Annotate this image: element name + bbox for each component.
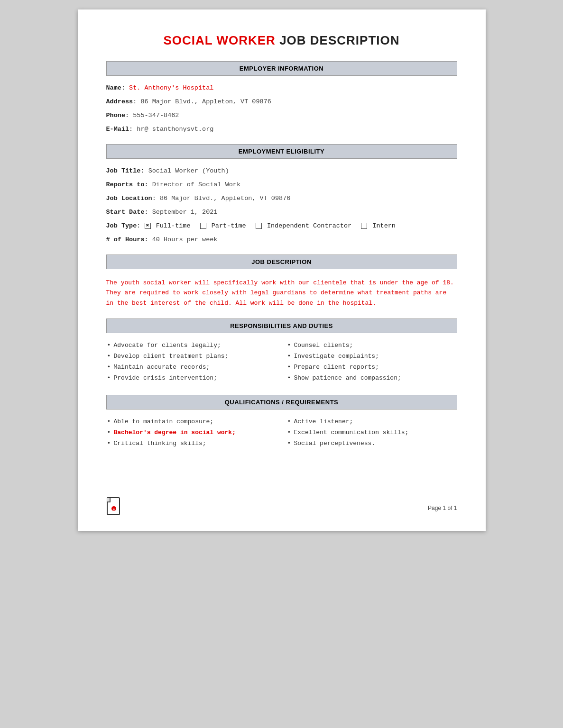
page-number: Page 1 of 1 xyxy=(428,505,457,511)
list-item: Excellent communication skills; xyxy=(286,429,457,436)
responsibilities-list: Advocate for clients legally; Develop cl… xyxy=(106,342,457,385)
employer-name-row: Name: St. Anthony's Hospital xyxy=(106,84,457,91)
qualifications-section: QUALIFICATIONS / REQUIREMENTS Able to ma… xyxy=(106,395,457,451)
document-icon: e xyxy=(106,497,121,519)
checkbox-intern-unchecked xyxy=(361,223,367,229)
job-type-intern-item: Intern xyxy=(361,222,396,229)
list-item: Provide crisis intervention; xyxy=(106,374,277,382)
document-footer: e Page 1 of 1 xyxy=(78,497,457,519)
employment-eligibility-header: EMPLOYMENT ELIGIBILITY xyxy=(106,144,457,159)
reports-to-value: Director of Social Work xyxy=(152,181,240,188)
job-type-fulltime-item: ✖ Full-time xyxy=(145,222,194,229)
list-item: Able to maintain composure; xyxy=(106,418,277,425)
job-location-row: Job Location: 86 Major Blvd., Appleton, … xyxy=(106,195,457,202)
qualifications-left-column: Able to maintain composure; Bachelor's d… xyxy=(106,418,277,451)
list-item: Maintain accurate records; xyxy=(106,364,277,371)
employment-eligibility-block: Job Title: Social Worker (Youth) Reports… xyxy=(106,167,457,243)
list-item: Advocate for clients legally; xyxy=(106,342,277,349)
checkbox-fulltime-checked: ✖ xyxy=(145,223,151,229)
job-description-header: JOB DESCRIPTION xyxy=(106,255,457,269)
start-date-row: Start Date: September 1, 2021 xyxy=(106,209,457,216)
employer-phone-label: Phone xyxy=(106,112,126,119)
responsibilities-left-column: Advocate for clients legally; Develop cl… xyxy=(106,342,277,385)
employment-eligibility-section: EMPLOYMENT ELIGIBILITY Job Title: Social… xyxy=(106,144,457,243)
list-item: Social perceptiveness. xyxy=(286,440,457,447)
svg-text:e: e xyxy=(112,507,115,511)
employer-email-label: E-Mail xyxy=(106,126,129,133)
employer-info-section: EMPLOYER INFORMATION Name: St. Anthony's… xyxy=(106,61,457,133)
employer-email-value: hr@ stanthonysvt.org xyxy=(137,126,213,133)
list-item: Show patience and compassion; xyxy=(286,374,457,382)
employer-name-label: Name xyxy=(106,84,121,91)
list-item: Critical thinking skills; xyxy=(106,440,277,447)
job-type-intern-label: Intern xyxy=(372,222,396,229)
qualifications-list: Able to maintain composure; Bachelor's d… xyxy=(106,418,457,451)
responsibilities-section: RESPONSIBILITIES AND DUTIES Advocate for… xyxy=(106,318,457,385)
employer-address-label: Address xyxy=(106,98,133,105)
job-type-fulltime-label: Full-time xyxy=(156,222,191,229)
page-title: SOCIAL WORKER JOB DESCRIPTION xyxy=(106,33,457,48)
list-item: Active listener; xyxy=(286,418,457,425)
list-item: Counsel clients; xyxy=(286,342,457,349)
list-item: Investigate complaints; xyxy=(286,353,457,360)
employer-address-value: 86 Major Blvd., Appleton, VT 09876 xyxy=(140,98,271,105)
job-title-value: Social Worker (Youth) xyxy=(148,167,229,174)
job-type-label: Job Type xyxy=(106,222,137,229)
document-page: SOCIAL WORKER JOB DESCRIPTION EMPLOYER I… xyxy=(78,9,486,531)
job-title-label: Job Title xyxy=(106,167,141,174)
checkbox-contractor-unchecked xyxy=(256,223,262,229)
employer-phone-value: 555-347-8462 xyxy=(133,112,179,119)
hours-row: # of Hours: 40 Hours per week xyxy=(106,236,457,243)
job-description-section: JOB DESCRIPTION The youth social worker … xyxy=(106,255,457,308)
qualifications-header: QUALIFICATIONS / REQUIREMENTS xyxy=(106,395,457,410)
list-item: Develop client treatment plans; xyxy=(106,353,277,360)
employer-name-value: St. Anthony's Hospital xyxy=(129,84,213,91)
employer-email-row: E-Mail: hr@ stanthonysvt.org xyxy=(106,126,457,133)
job-type-contractor-item: Independent Contractor xyxy=(256,222,355,229)
hours-label: # of Hours xyxy=(106,236,145,243)
employer-phone-row: Phone: 555-347-8462 xyxy=(106,112,457,119)
job-title-row: Job Title: Social Worker (Youth) xyxy=(106,167,457,174)
list-item: Prepare client reports; xyxy=(286,364,457,371)
start-date-value: September 1, 2021 xyxy=(152,209,218,216)
reports-to-row: Reports to: Director of Social Work xyxy=(106,181,457,188)
qualifications-right-column: Active listener; Excellent communication… xyxy=(286,418,457,451)
start-date-label: Start Date xyxy=(106,209,145,216)
job-location-value: 86 Major Blvd., Appleton, VT 09876 xyxy=(160,195,290,202)
responsibilities-right-column: Counsel clients; Investigate complaints;… xyxy=(286,342,457,385)
colon-1: : xyxy=(121,84,129,91)
job-description-text: The youth social worker will specificall… xyxy=(106,278,457,308)
title-red-part: SOCIAL WORKER xyxy=(163,33,275,47)
hours-value: 40 Hours per week xyxy=(152,236,218,243)
responsibilities-header: RESPONSIBILITIES AND DUTIES xyxy=(106,318,457,333)
job-type-row: Job Type: ✖ Full-time Part-time Independ… xyxy=(106,222,457,229)
employer-info-block: Name: St. Anthony's Hospital Address: 86… xyxy=(106,84,457,133)
title-black-part: JOB DESCRIPTION xyxy=(276,33,400,47)
employer-info-header: EMPLOYER INFORMATION xyxy=(106,61,457,76)
employer-address-row: Address: 86 Major Blvd., Appleton, VT 09… xyxy=(106,98,457,105)
checkbox-parttime-unchecked xyxy=(200,223,206,229)
job-type-parttime-item: Part-time xyxy=(200,222,250,229)
list-item-bold: Bachelor's degree in social work; xyxy=(106,429,277,436)
job-type-parttime-label: Part-time xyxy=(212,222,246,229)
job-location-label: Job Location xyxy=(106,195,152,202)
job-type-contractor-label: Independent Contractor xyxy=(267,222,351,229)
reports-to-label: Reports to xyxy=(106,181,145,188)
